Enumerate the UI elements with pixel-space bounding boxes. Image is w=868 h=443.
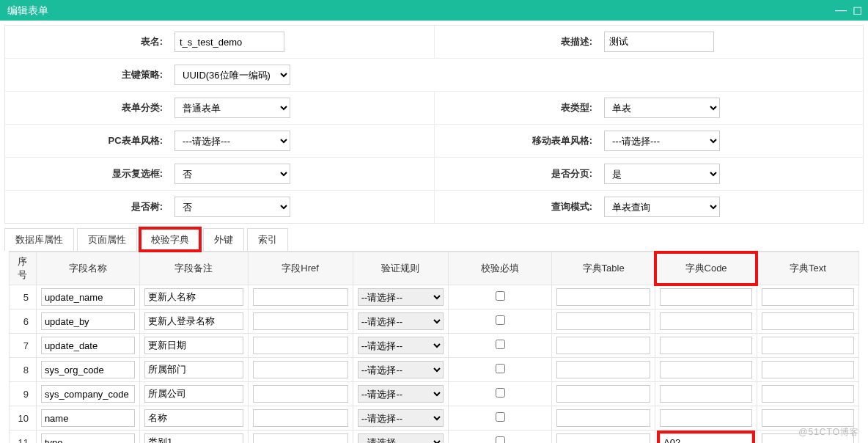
select-query-mode[interactable]: 单表查询: [604, 197, 720, 217]
col-dict-code: 字典Code: [655, 252, 757, 285]
input-dict-text[interactable]: [762, 337, 854, 354]
window-titlebar: 编辑表单 — ◻: [0, 0, 868, 21]
table-row: 8--请选择--: [10, 358, 859, 382]
table-row: 11--请选择--: [10, 431, 859, 444]
label-query-mode: 查询模式:: [435, 200, 600, 213]
input-field-remark[interactable]: [144, 337, 243, 354]
select-mobile-style[interactable]: ---请选择---: [604, 131, 720, 151]
tab-fk[interactable]: 外键: [203, 228, 244, 251]
select-validate-rule[interactable]: --请选择--: [358, 337, 444, 354]
input-field-name[interactable]: [41, 312, 135, 330]
input-field-href[interactable]: [253, 409, 348, 427]
select-is-tree[interactable]: 否: [174, 197, 290, 217]
tab-db[interactable]: 数据库属性: [4, 228, 74, 251]
cell-idx: 8: [10, 358, 37, 382]
input-dict-table[interactable]: [556, 385, 650, 403]
checkbox-required[interactable]: [496, 412, 505, 422]
input-field-href[interactable]: [253, 361, 348, 378]
input-dict-table[interactable]: [556, 288, 650, 306]
input-dict-code[interactable]: [660, 288, 752, 306]
label-mobile-style: 移动表单风格:: [435, 134, 600, 147]
input-table-name[interactable]: [174, 32, 284, 52]
input-field-href[interactable]: [253, 433, 348, 443]
input-field-href[interactable]: [253, 385, 348, 403]
select-show-checkbox[interactable]: 否: [174, 164, 290, 184]
input-dict-text[interactable]: [762, 361, 854, 378]
input-dict-table[interactable]: [556, 361, 650, 378]
input-dict-table[interactable]: [556, 337, 650, 354]
input-field-remark[interactable]: [144, 288, 243, 306]
checkbox-required[interactable]: [496, 315, 505, 325]
select-validate-rule[interactable]: --请选择--: [358, 409, 444, 427]
input-field-remark[interactable]: [144, 409, 243, 427]
input-dict-table[interactable]: [556, 409, 650, 427]
input-field-name[interactable]: [41, 288, 135, 306]
input-field-remark[interactable]: [144, 361, 243, 378]
checkbox-required[interactable]: [496, 291, 505, 301]
cell-idx: 7: [10, 334, 37, 358]
input-field-href[interactable]: [253, 337, 348, 354]
select-validate-rule[interactable]: --请选择--: [358, 385, 444, 403]
cell-idx: 11: [10, 431, 37, 444]
label-pk-strategy: 主键策略:: [5, 68, 170, 81]
grid: 序号 字段名称 字段备注 字段Href 验证规则 校验必填 字典Table 字典…: [9, 252, 859, 443]
checkbox-required[interactable]: [496, 364, 505, 373]
col-idx: 序号: [10, 252, 37, 285]
minimize-icon[interactable]: —: [835, 0, 847, 21]
select-validate-rule[interactable]: --请选择--: [358, 433, 444, 443]
input-dict-code[interactable]: [660, 409, 752, 427]
select-form-category[interactable]: 普通表单: [174, 98, 290, 118]
input-dict-code[interactable]: [660, 433, 752, 443]
window-title: 编辑表单: [7, 4, 48, 16]
select-validate-rule[interactable]: --请选择--: [358, 361, 444, 378]
input-field-remark[interactable]: [144, 385, 243, 403]
input-dict-table[interactable]: [556, 433, 650, 443]
input-field-name[interactable]: [41, 361, 135, 378]
col-dict-table: 字典Table: [552, 252, 655, 285]
checkbox-required[interactable]: [496, 340, 505, 349]
col-field-href: 字段Href: [248, 252, 353, 285]
input-field-href[interactable]: [253, 312, 348, 330]
label-show-checkbox: 显示复选框:: [5, 167, 170, 180]
input-dict-text[interactable]: [762, 288, 854, 306]
select-validate-rule[interactable]: --请选择--: [358, 312, 444, 330]
table-row: 9--请选择--: [10, 382, 859, 406]
tab-dict[interactable]: 校验字典: [140, 228, 200, 251]
tab-index[interactable]: 索引: [247, 228, 288, 251]
input-field-name[interactable]: [41, 337, 135, 354]
label-form-category: 表单分类:: [5, 101, 170, 114]
select-pk-strategy[interactable]: UUID(36位唯一编码): [174, 65, 290, 85]
label-table-desc: 表描述:: [435, 35, 600, 48]
input-field-name[interactable]: [41, 385, 135, 403]
input-field-href[interactable]: [253, 288, 348, 306]
form-panel: 表名: 表描述: 主键策略: UUID(36位唯一编码) 表单分类: 普通表单 …: [4, 25, 864, 224]
select-pc-style[interactable]: ---请选择---: [174, 131, 290, 151]
checkbox-required[interactable]: [496, 388, 505, 398]
input-table-desc[interactable]: [604, 32, 714, 52]
input-dict-text[interactable]: [762, 312, 854, 330]
input-dict-code[interactable]: [660, 361, 752, 378]
input-field-remark[interactable]: [144, 312, 243, 330]
input-field-name[interactable]: [41, 433, 135, 443]
maximize-icon[interactable]: ◻: [853, 0, 862, 21]
input-dict-text[interactable]: [762, 385, 854, 403]
select-form-type[interactable]: 单表: [604, 98, 720, 118]
input-field-name[interactable]: [41, 409, 135, 427]
label-is-tree: 是否树:: [5, 200, 170, 213]
cell-idx: 6: [10, 310, 37, 334]
input-dict-code[interactable]: [660, 385, 752, 403]
input-dict-code[interactable]: [660, 312, 752, 330]
label-table-name: 表名:: [5, 35, 170, 48]
label-form-type: 表类型:: [435, 101, 600, 114]
input-dict-text[interactable]: [762, 409, 854, 427]
col-field-remark: 字段备注: [139, 252, 248, 285]
input-field-remark[interactable]: [144, 433, 243, 443]
input-dict-table[interactable]: [556, 312, 650, 330]
input-dict-code[interactable]: [660, 337, 752, 354]
checkbox-required[interactable]: [496, 436, 505, 443]
select-validate-rule[interactable]: --请选择--: [358, 288, 444, 306]
tab-page[interactable]: 页面属性: [77, 228, 137, 251]
input-dict-text[interactable]: [762, 433, 854, 443]
select-paging[interactable]: 是: [604, 164, 720, 184]
col-field-name: 字段名称: [36, 252, 139, 285]
